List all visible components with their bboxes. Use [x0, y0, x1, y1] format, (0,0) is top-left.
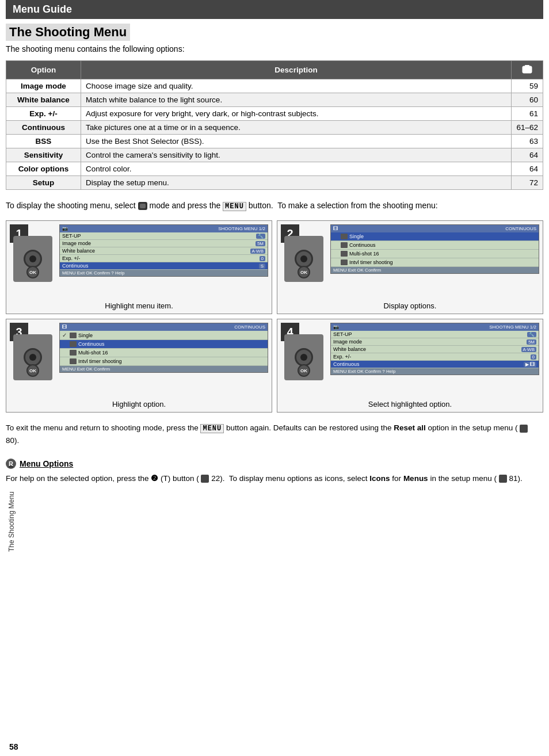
page-cell: 63	[512, 135, 543, 148]
lcd-screen: 🎞 CONTINUOUS ✓ Single Continuous	[59, 323, 268, 373]
lcd-option-icon	[341, 234, 348, 239]
lcd-option-row: Continuous	[60, 340, 268, 349]
option-cell: Continuous	[6, 121, 81, 135]
lcd-option-row: Intvl timer shooting	[331, 258, 539, 267]
option-cell: BSS	[6, 135, 81, 148]
lcd-row: Continuous S	[60, 262, 268, 270]
page-cell: 64	[512, 148, 543, 162]
lcd-row-value: A·WB	[521, 347, 536, 352]
lcd-option-icon	[341, 242, 348, 248]
lcd-header-icon: 🎞	[333, 226, 338, 231]
lcd-row-label: Image mode	[62, 240, 91, 246]
step-content: OK 🎞 CONTINUOUS ✓ Single	[10, 323, 268, 398]
lcd-header: 🎞 CONTINUOUS	[331, 225, 539, 232]
ok-button: OK	[298, 364, 310, 377]
lcd-header-title: CONTINUOUS	[234, 324, 265, 330]
lcd-option-icon	[341, 251, 348, 257]
lcd-row-value: 0	[531, 354, 536, 360]
step-caption: Highlight menu item.	[10, 301, 268, 310]
step-caption: Highlight option.	[10, 400, 268, 408]
col-header-option: Option	[6, 61, 81, 79]
table-row: Exp. +/- Adjust exposure for very bright…	[6, 107, 543, 121]
desc-cell: Control the camera's sensitivity to ligh…	[81, 148, 512, 162]
ok-button: OK	[26, 364, 39, 377]
lcd-footer: MENU Exit OK Confirm	[331, 267, 539, 273]
camera-body: OK	[284, 334, 323, 380]
lcd-option-label: Single	[78, 333, 93, 338]
note-title-text: Menu Options	[20, 459, 73, 468]
lcd-row: Continuous ▶ 🎞	[331, 361, 539, 368]
lcd-row-value: S	[259, 264, 265, 269]
table-row: Continuous Take pictures one at a time o…	[6, 121, 543, 135]
table-row: Color options Control color. 64	[6, 162, 543, 176]
lcd-row-label: Continuous	[333, 361, 360, 367]
camera-graphic: OK	[281, 236, 327, 282]
lcd-option-label: Continuous	[349, 242, 376, 248]
lcd-option-label: Intvl timer shooting	[349, 259, 393, 265]
svg-point-2	[527, 69, 528, 71]
ok-button: OK	[26, 266, 39, 278]
col-header-desc: Description	[81, 61, 512, 79]
lcd-row: Exp. +/- 0	[60, 255, 268, 262]
camera-graphic: OK	[10, 334, 56, 380]
col-header-page	[512, 61, 543, 79]
step-2: 2 OK 🎞 CONTINUOUS	[277, 220, 543, 314]
lcd-footer: MENU Exit OK Confirm ? Help	[331, 368, 539, 375]
lcd-footer: MENU Exit OK Confirm ? Help	[60, 270, 268, 276]
options-table: Option Description Image mode Choose ima…	[6, 60, 543, 190]
lcd-row-value: 5M	[256, 241, 265, 246]
step-4: 4 OK 📷 SHOOTING MENU 1/2 SET-UP	[277, 319, 543, 413]
table-row: Image mode Choose image size and quality…	[6, 79, 543, 93]
lcd-header-title: CONTINUOUS	[505, 226, 536, 231]
step-1: 1 OK 📷 SHOOTING MENU 1/2 SET-UP	[6, 220, 272, 314]
sidebar-label: The Shooting Menu	[5, 403, 18, 641]
camera-graphic: OK	[10, 236, 56, 282]
lcd-option-row: Multi-shot 16	[60, 349, 268, 357]
lcd-row-label: Exp. +/-	[62, 255, 80, 261]
camera-lens-inner	[300, 354, 307, 361]
camera-lens-inner	[300, 255, 307, 262]
svg-rect-3	[525, 65, 529, 67]
option-cell: Color options	[6, 162, 81, 176]
lcd-header-icon: 📷	[62, 226, 68, 231]
step-caption: Select highlighted option.	[281, 400, 539, 408]
table-row: Sensitivity Control the camera's sensiti…	[6, 148, 543, 162]
lcd-header-title: SHOOTING MENU 1/2	[218, 226, 265, 231]
lcd-row-label: Continuous	[62, 263, 89, 269]
lcd-option-icon	[341, 259, 348, 265]
lcd-row: Image mode 5M	[60, 240, 268, 247]
nav-text: To display the shooting menu, select mod…	[6, 199, 543, 212]
option-cell: Sensitivity	[6, 148, 81, 162]
lcd-option-icon	[70, 358, 77, 364]
lcd-row-value: 🔧	[256, 234, 265, 239]
desc-cell: Take pictures one at a time or in a sequ…	[81, 121, 512, 135]
lcd-row-value: ▶ 🎞	[524, 362, 536, 367]
desc-cell: Match white balance to the light source.	[81, 93, 512, 107]
checkmark: ✓	[62, 332, 68, 338]
step-3: 3 OK 🎞 CONTINUOUS ✓	[6, 319, 272, 413]
lcd-option-row: Single	[331, 232, 539, 241]
ok-button: OK	[298, 266, 310, 278]
step-content: OK 🎞 CONTINUOUS Single	[281, 224, 539, 299]
table-row: White balance Match white balance to the…	[6, 93, 543, 107]
desc-cell: Control color.	[81, 162, 512, 176]
lcd-row-value: A·WB	[250, 249, 265, 254]
lcd-option-label: Multi-shot 16	[349, 251, 379, 257]
step-content: OK 📷 SHOOTING MENU 1/2 SET-UP 🔧 Image mo…	[281, 323, 539, 398]
lcd-row-label: Image mode	[333, 339, 362, 345]
lcd-row: SET-UP 🔧	[60, 232, 268, 240]
camera-body: OK	[13, 236, 52, 282]
camera-lens-inner	[29, 354, 36, 361]
camera-lens-inner	[29, 255, 36, 262]
footer-text: To exit the menu and return to shooting …	[6, 422, 543, 447]
lcd-row: SET-UP 🔧	[331, 331, 539, 338]
desc-cell: Display the setup menu.	[81, 176, 512, 190]
lcd-header: 📷 SHOOTING MENU 1/2	[331, 323, 539, 331]
lcd-option-icon	[70, 333, 77, 338]
desc-cell: Adjust exposure for very bright, very da…	[81, 107, 512, 121]
step-content: OK 📷 SHOOTING MENU 1/2 SET-UP 🔧 Image mo…	[10, 224, 268, 299]
lcd-option-row: Intvl timer shooting	[60, 357, 268, 366]
lcd-screen: 🎞 CONTINUOUS Single Continuous	[330, 224, 539, 274]
lcd-footer: MENU Exit OK Confirm	[60, 366, 268, 372]
lcd-row-label: SET-UP	[62, 233, 81, 239]
